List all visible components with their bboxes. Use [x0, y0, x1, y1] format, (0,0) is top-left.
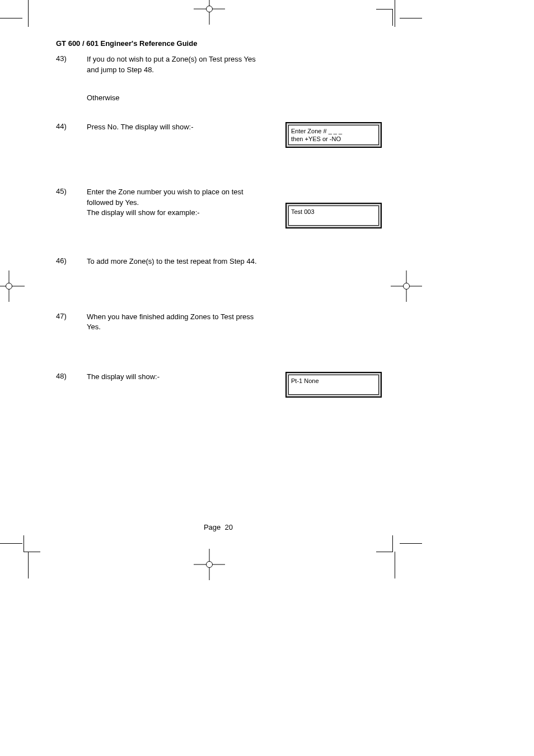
step-number: 43) [56, 54, 87, 63]
lcd-line-1: Pt-1 None [291, 377, 376, 385]
step-text: To add more Zone(s) to the test repeat f… [87, 256, 266, 267]
crop-mark [400, 543, 422, 544]
step-text: The display will show:- [87, 372, 266, 382]
lcd-display: Test 003 [285, 203, 382, 228]
step-text: Enter the Zone number you wish to place … [87, 187, 266, 219]
crop-bracket-icon [376, 9, 393, 26]
step-number: 48) [56, 372, 87, 380]
lcd-display: Pt-1 None [285, 372, 382, 398]
step-item: 43) If you do not wish to put a Zone(s) … [56, 54, 381, 76]
step-item: 47) When you have finished adding Zones … [56, 312, 381, 333]
crop-mark [395, 0, 395, 27]
otherwise-label: Otherwise [87, 94, 381, 102]
step-item: 44) Press No. The display will show:- En… [56, 122, 381, 148]
step-text: If you do not wish to put a Zone(s) on T… [87, 54, 266, 76]
step-text: When you have finished adding Zones to T… [87, 312, 266, 333]
step-number: 47) [56, 312, 87, 320]
step-number: 46) [56, 256, 87, 265]
step-item: 46) To add more Zone(s) to the test repe… [56, 256, 381, 267]
page-footer: Page 20 [56, 523, 381, 531]
lcd-line-1: Enter Zone # _ _ _ [291, 127, 376, 135]
lcd-line-1: Test 003 [291, 208, 376, 216]
step-number: 45) [56, 187, 87, 195]
step-number: 44) [56, 122, 87, 130]
registration-mark-icon [194, 549, 225, 580]
step-item: 48) The display will show:- Pt-1 None [56, 372, 381, 398]
page-number: 20 [225, 523, 233, 531]
crop-mark [28, 552, 29, 578]
crop-mark [0, 543, 22, 544]
registration-mark-icon [391, 270, 422, 302]
lcd-line-2: then +YES or -NO [291, 135, 376, 143]
crop-mark [400, 18, 422, 18]
document-title: GT 600 / 601 Engineer's Reference Guide [56, 39, 381, 48]
crop-bracket-icon [24, 535, 40, 552]
crop-mark [395, 552, 395, 578]
page-content: GT 600 / 601 Engineer's Reference Guide … [56, 39, 381, 418]
registration-mark-icon [194, 0, 225, 25]
lcd-display: Enter Zone # _ _ _ then +YES or -NO [285, 122, 382, 148]
crop-bracket-icon [376, 535, 393, 552]
crop-mark [0, 18, 22, 18]
page-label: Page [204, 523, 221, 531]
step-text: Press No. The display will show:- [87, 122, 266, 133]
crop-mark [28, 0, 29, 27]
step-item: 45) Enter the Zone number you wish to pl… [56, 187, 381, 228]
registration-mark-icon [0, 270, 25, 302]
